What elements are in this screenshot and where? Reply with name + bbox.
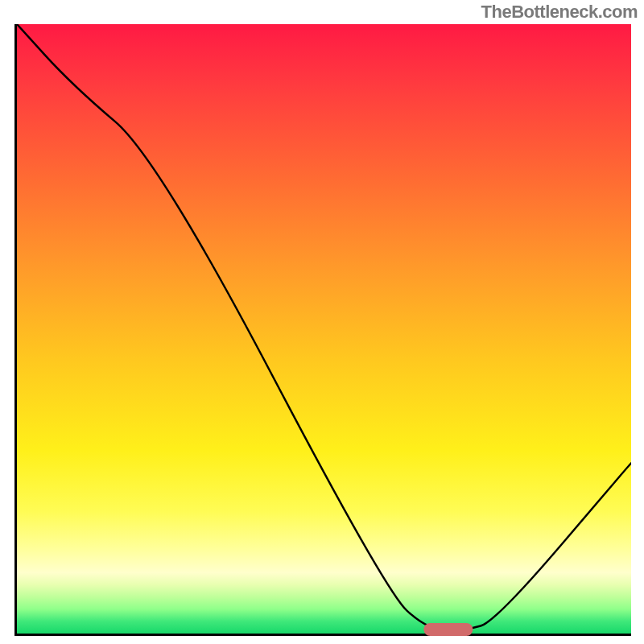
chart-curve: [17, 24, 631, 634]
chart-plot-area: [14, 24, 631, 636]
optimal-range-marker: [424, 623, 473, 636]
watermark-text: TheBottleneck.com: [481, 2, 638, 23]
